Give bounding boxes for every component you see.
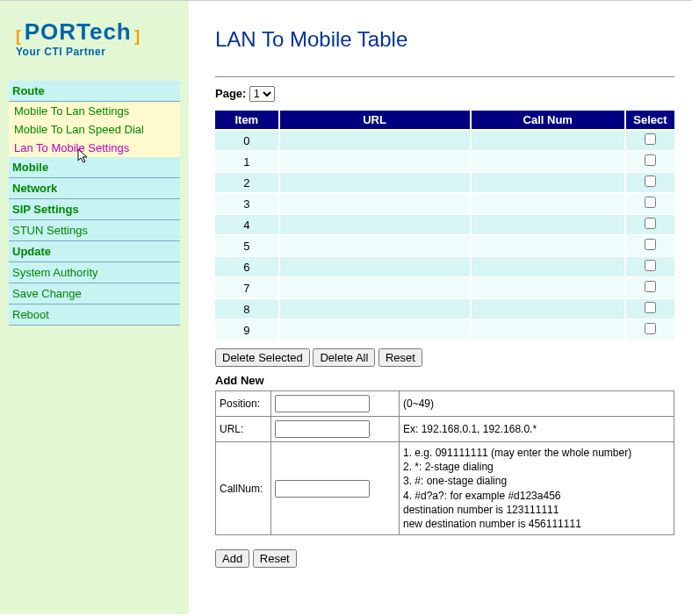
- cell-callnum: [471, 277, 625, 298]
- table-row: 6: [215, 256, 674, 277]
- table-row: 5: [215, 235, 674, 256]
- table-row: 8: [215, 298, 674, 319]
- table-row: 7: [215, 277, 674, 298]
- th-item: Item: [215, 111, 279, 130]
- delete-all-button[interactable]: Delete All: [313, 348, 375, 367]
- help-line: 2. *: 2-stage dialing: [403, 460, 670, 474]
- help-line: new destination number is 456111111: [403, 517, 670, 531]
- row-select-checkbox[interactable]: [645, 323, 656, 334]
- position-help: (0~49): [400, 391, 674, 416]
- reset-button[interactable]: Reset: [378, 348, 422, 367]
- nav-reboot[interactable]: Reboot: [9, 304, 180, 326]
- nav-menu: Route Mobile To Lan Settings Mobile To L…: [9, 81, 180, 326]
- nav-sip-settings[interactable]: SIP Settings: [9, 199, 180, 220]
- logo: [ PORTech ] Your CTI Partner: [9, 10, 180, 74]
- cell-url: [279, 298, 471, 319]
- logo-tagline: Your CTI Partner: [16, 46, 140, 58]
- logo-text: PORTech: [25, 18, 132, 45]
- cell-item: 5: [215, 235, 279, 256]
- url-input[interactable]: [275, 420, 370, 438]
- nav-update[interactable]: Update: [9, 241, 180, 262]
- cell-url: [279, 277, 471, 298]
- cell-item: 0: [215, 130, 279, 151]
- nav-route[interactable]: Route: [9, 81, 180, 102]
- cell-item: 4: [215, 214, 279, 235]
- cell-url: [279, 172, 471, 193]
- cell-callnum: [471, 193, 625, 214]
- cell-url: [279, 193, 471, 214]
- row-select-checkbox[interactable]: [645, 302, 656, 313]
- nav-system-authority[interactable]: System Authority: [9, 262, 180, 283]
- cell-item: 1: [215, 151, 279, 172]
- cell-url: [279, 319, 471, 340]
- add-new-heading: Add New: [215, 374, 674, 387]
- cell-item: 3: [215, 193, 279, 214]
- add-button[interactable]: Add: [215, 549, 249, 568]
- row-select-checkbox[interactable]: [645, 197, 656, 208]
- url-label: URL:: [216, 417, 270, 441]
- nav-network[interactable]: Network: [9, 178, 180, 199]
- nav-mobile[interactable]: Mobile: [9, 157, 180, 178]
- row-select-checkbox[interactable]: [645, 281, 656, 292]
- th-callnum: Call Num: [471, 111, 625, 130]
- page-title: LAN To Mobile Table: [215, 27, 674, 52]
- table-row: 2: [215, 172, 674, 193]
- sidebar: [ PORTech ] Your CTI Partner Route Mobil…: [0, 1, 189, 614]
- cell-callnum: [471, 319, 625, 340]
- position-input[interactable]: [275, 395, 370, 412]
- logo-bracket-icon: ]: [134, 27, 140, 45]
- cell-callnum: [471, 172, 625, 193]
- cell-url: [279, 151, 471, 172]
- position-label: Position:: [216, 391, 270, 416]
- add-new-form: Position: (0~49) URL: Ex: 192.168.0.1, 1…: [215, 390, 674, 535]
- cell-callnum: [471, 235, 625, 256]
- table-row: 4: [215, 214, 674, 235]
- cell-callnum: [471, 256, 625, 277]
- th-url: URL: [279, 111, 471, 130]
- cell-url: [279, 214, 471, 235]
- cell-item: 7: [215, 277, 279, 298]
- row-select-checkbox[interactable]: [645, 154, 656, 166]
- divider: [215, 76, 674, 77]
- nav-sub-mobile-to-lan-settings[interactable]: Mobile To Lan Settings: [9, 102, 180, 120]
- lan-to-mobile-table: Item URL Call Num Select 0123456789: [215, 111, 674, 340]
- pager-select[interactable]: 1: [249, 86, 275, 102]
- callnum-help: 1. e.g. 091111111 (may enter the whole n…: [400, 442, 674, 534]
- nav-sub-mobile-to-lan-speed-dial[interactable]: Mobile To Lan Speed Dial: [9, 120, 180, 139]
- cell-callnum: [471, 298, 625, 319]
- row-select-checkbox[interactable]: [645, 133, 656, 145]
- table-row: 9: [215, 319, 674, 340]
- nav-save-change[interactable]: Save Change: [9, 283, 180, 304]
- nav-sub-lan-to-mobile-settings[interactable]: Lan To Mobile Settings: [9, 139, 180, 157]
- delete-selected-button[interactable]: Delete Selected: [215, 348, 310, 367]
- table-row: 0: [215, 130, 674, 151]
- help-line: destination number is 123111111: [403, 503, 670, 517]
- row-select-checkbox[interactable]: [645, 260, 656, 271]
- table-row: 1: [215, 151, 674, 172]
- cell-callnum: [471, 214, 625, 235]
- cell-callnum: [471, 151, 625, 172]
- reset-add-button[interactable]: Reset: [253, 549, 297, 568]
- main-content: LAN To Mobile Table Page: 1 Item URL Cal…: [189, 1, 692, 614]
- cell-item: 2: [215, 172, 279, 193]
- row-select-checkbox[interactable]: [645, 175, 656, 187]
- cell-item: 9: [215, 319, 279, 340]
- pager-label: Page:: [215, 87, 246, 100]
- callnum-label: CallNum:: [216, 442, 270, 534]
- logo-bracket-icon: [: [16, 27, 21, 45]
- callnum-input[interactable]: [275, 480, 370, 498]
- cell-url: [279, 235, 471, 256]
- help-line: 4. #d?a?: for example #d123a456: [403, 489, 670, 503]
- cell-item: 6: [215, 256, 279, 277]
- cell-callnum: [471, 130, 625, 151]
- row-select-checkbox[interactable]: [645, 218, 656, 229]
- row-select-checkbox[interactable]: [645, 239, 656, 250]
- th-select: Select: [625, 111, 674, 130]
- cell-item: 8: [215, 298, 279, 319]
- help-line: 1. e.g. 091111111 (may enter the whole n…: [403, 446, 670, 460]
- cell-url: [279, 130, 471, 151]
- help-line: 3. #: one-stage dialing: [403, 474, 670, 488]
- cell-url: [279, 256, 471, 277]
- table-row: 3: [215, 193, 674, 214]
- nav-stun-settings[interactable]: STUN Settings: [9, 220, 180, 241]
